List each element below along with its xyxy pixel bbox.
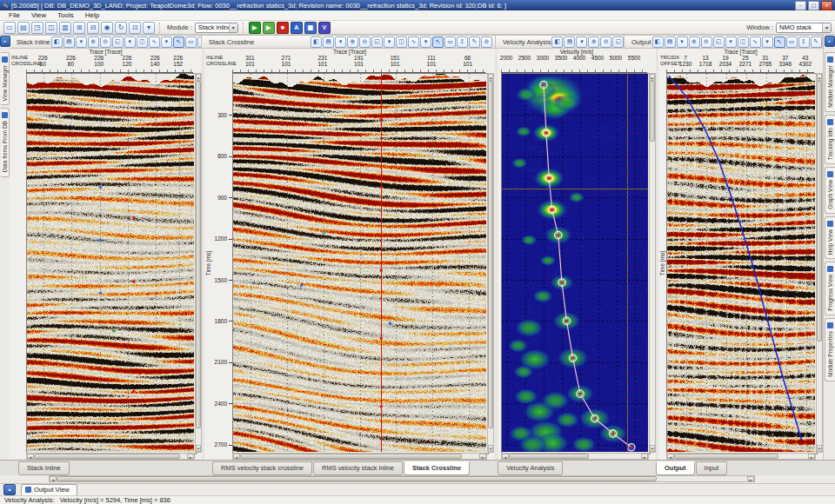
export-picks-icon[interactable]: ↥: [798, 36, 810, 48]
right-tab-module-manager[interactable]: Module Manager: [825, 52, 835, 112]
scroll-right-icon[interactable]: ▸: [479, 454, 486, 459]
scroll-right-icon[interactable]: ▸: [747, 476, 754, 481]
split-view-icon[interactable]: ◫: [738, 36, 749, 48]
zoom-caret-icon[interactable]: ▾: [384, 36, 395, 48]
display-caret-icon[interactable]: ▾: [576, 36, 587, 48]
menu-view[interactable]: View: [26, 10, 51, 20]
overlay-caret-icon[interactable]: ▾: [161, 36, 172, 48]
zoom-rect-icon[interactable]: ◱: [713, 36, 725, 48]
display-caret-icon[interactable]: ▾: [335, 36, 346, 48]
scroll-track[interactable]: [240, 454, 479, 459]
trace-display-icon[interactable]: ▤: [63, 36, 75, 48]
scroll-left-icon[interactable]: ◂: [50, 476, 57, 481]
bottom-tab-rms-velocity-stack-crossline[interactable]: RMS velocity stack crossline: [212, 461, 312, 475]
open-display-icon[interactable]: ▤: [17, 22, 30, 34]
layout-caret-icon[interactable]: ▾: [143, 22, 155, 34]
refresh-icon[interactable]: ↻: [115, 22, 127, 34]
overlay-caret-icon[interactable]: ▾: [762, 36, 773, 48]
velocity-semblance-plot[interactable]: [501, 73, 651, 454]
zoom-out-icon[interactable]: ⊖: [600, 36, 611, 48]
abort-flow-icon[interactable]: A: [291, 22, 303, 34]
rubber-band-icon[interactable]: ▭: [786, 36, 798, 48]
stack-crossline-plot[interactable]: [232, 73, 489, 454]
scroll-up-icon[interactable]: ▴: [650, 74, 655, 81]
zoom-caret-icon[interactable]: ▾: [725, 36, 737, 48]
horizontal-scrollbar[interactable]: ◂▸: [26, 453, 195, 460]
run-module-icon[interactable]: ▶: [263, 22, 275, 34]
scroll-thumb[interactable]: [196, 81, 201, 428]
left-tab-data-items-from-db[interactable]: Data Items From DB: [1, 108, 10, 176]
scroll-right-icon[interactable]: ▸: [187, 454, 194, 459]
scroll-thumb[interactable]: [34, 454, 180, 459]
workspace-horizontal-scrollbar[interactable]: ◂▸: [49, 475, 755, 482]
menu-tools[interactable]: Tools: [52, 10, 79, 20]
vertical-scrollbar[interactable]: ▴▾: [195, 73, 202, 453]
scroll-thumb[interactable]: [57, 476, 657, 481]
right-tab-tracking-info[interactable]: Tracking Info: [825, 115, 835, 164]
overlay-caret-icon[interactable]: ▾: [420, 36, 431, 48]
scroll-track[interactable]: [196, 81, 201, 445]
zoom-rect-icon[interactable]: ◱: [371, 36, 383, 48]
split-view-icon[interactable]: ◫: [396, 36, 407, 48]
right-tab-module-properties[interactable]: Module Properties: [825, 318, 835, 381]
scroll-track[interactable]: [674, 454, 808, 459]
stack-inline-plot[interactable]: [26, 73, 197, 454]
maximize-button[interactable]: ▢: [808, 1, 819, 10]
unlink-views-icon[interactable]: ⊟: [87, 22, 99, 34]
velocity-tool-icon[interactable]: V: [318, 22, 331, 34]
pointer-icon[interactable]: ↖: [173, 36, 184, 48]
zoom-out-icon[interactable]: ⊖: [359, 36, 371, 48]
horizontal-scrollbar[interactable]: ◂▸: [501, 453, 649, 460]
zoom-caret-icon[interactable]: ▾: [124, 36, 136, 48]
right-collapse-button[interactable]: «: [825, 36, 835, 47]
scroll-up-icon[interactable]: ▴: [196, 74, 201, 81]
zoom-rect-icon[interactable]: ◱: [612, 36, 624, 48]
scroll-down-icon[interactable]: ▾: [650, 445, 655, 452]
scroll-thumb[interactable]: [674, 454, 778, 459]
right-tab-graph-view[interactable]: Graph View: [825, 167, 835, 214]
scroll-left-icon[interactable]: ◂: [667, 454, 674, 459]
scroll-right-icon[interactable]: ▸: [641, 454, 648, 459]
snapshot-icon[interactable]: ◉: [101, 22, 113, 34]
display-caret-icon[interactable]: ▾: [76, 36, 87, 48]
scroll-track[interactable]: [488, 81, 493, 445]
scroll-track[interactable]: [34, 454, 187, 459]
left-tab-view-manager[interactable]: View Manager: [1, 52, 10, 105]
module-combo[interactable]: Stack inline ▾: [195, 23, 238, 33]
menu-help[interactable]: Help: [80, 10, 104, 20]
wiggle-overlay-icon[interactable]: ∿: [750, 36, 761, 48]
right-tab-help-view[interactable]: Help View: [825, 216, 835, 259]
tile-windows-icon[interactable]: ◫: [45, 22, 57, 34]
vertical-scrollbar[interactable]: ▴▾: [487, 73, 494, 453]
bottom-tab-output[interactable]: Output: [656, 461, 695, 475]
zoom-in-icon[interactable]: ⊕: [88, 36, 99, 48]
zoom-in-icon[interactable]: ⊕: [588, 36, 599, 48]
edit-picks-icon[interactable]: ✎: [811, 36, 822, 48]
export-picks-icon[interactable]: ↥: [457, 36, 468, 48]
split-view-icon[interactable]: ◫: [137, 36, 148, 48]
scroll-thumb[interactable]: [240, 454, 462, 459]
new-display-icon[interactable]: ▭: [3, 22, 16, 34]
vertical-scrollbar[interactable]: ▴▾: [816, 73, 823, 453]
trace-display-icon[interactable]: ▤: [323, 36, 334, 48]
zoom-out-icon[interactable]: ⊖: [701, 36, 712, 48]
menu-file[interactable]: File: [3, 10, 25, 20]
wiggle-overlay-icon[interactable]: ∿: [408, 36, 419, 48]
layout-icon[interactable]: ⊡: [129, 22, 141, 34]
display-settings-icon[interactable]: ◧: [51, 36, 63, 48]
left-collapse-button[interactable]: »: [0, 36, 10, 47]
zoom-in-icon[interactable]: ⊕: [347, 36, 358, 48]
zoom-rect-icon[interactable]: ◱: [112, 36, 124, 48]
scroll-thumb[interactable]: [650, 81, 655, 142]
scroll-up-icon[interactable]: ▴: [817, 74, 822, 81]
vertical-scrollbar[interactable]: ▴▾: [649, 73, 656, 453]
output-view-tab[interactable]: Output View: [21, 484, 77, 496]
trace-display-icon[interactable]: ▤: [665, 36, 676, 48]
scroll-down-icon[interactable]: ▾: [817, 445, 822, 452]
trace-display-icon[interactable]: ▤: [564, 36, 575, 48]
window-combo[interactable]: NMO stack ▾: [776, 23, 832, 33]
display-caret-icon[interactable]: ▾: [677, 36, 688, 48]
horizontal-scrollbar[interactable]: ◂▸: [232, 453, 487, 460]
horizontal-scrollbar[interactable]: ◂▸: [666, 453, 816, 460]
link-views-icon[interactable]: ⊞: [73, 22, 85, 34]
